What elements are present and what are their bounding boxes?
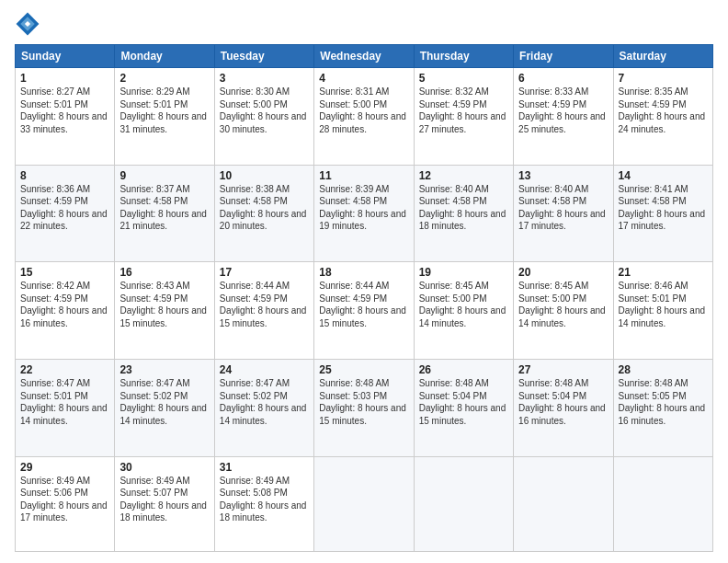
day-number: 21 bbox=[619, 266, 708, 279]
day-number: 3 bbox=[220, 72, 309, 85]
day-number: 17 bbox=[220, 266, 309, 279]
day-number: 16 bbox=[119, 266, 209, 279]
day-number: 8 bbox=[20, 169, 109, 182]
calendar-cell: 22Sunrise: 8:47 AMSunset: 5:01 PMDayligh… bbox=[16, 360, 115, 457]
day-number: 28 bbox=[619, 363, 708, 376]
calendar-day-header: Tuesday bbox=[214, 45, 313, 68]
calendar-cell: 12Sunrise: 8:40 AMSunset: 4:58 PMDayligh… bbox=[414, 165, 513, 262]
day-info: Sunrise: 8:32 AMSunset: 4:59 PMDaylight:… bbox=[419, 86, 508, 135]
day-number: 5 bbox=[419, 72, 508, 85]
calendar-cell: 23Sunrise: 8:47 AMSunset: 5:02 PMDayligh… bbox=[115, 360, 214, 457]
calendar-cell: 24Sunrise: 8:47 AMSunset: 5:02 PMDayligh… bbox=[214, 360, 313, 457]
day-number: 24 bbox=[220, 363, 309, 376]
day-info: Sunrise: 8:41 AMSunset: 4:58 PMDaylight:… bbox=[619, 183, 708, 233]
calendar-cell: 9Sunrise: 8:37 AMSunset: 4:58 PMDaylight… bbox=[115, 165, 214, 262]
calendar-cell: 14Sunrise: 8:41 AMSunset: 4:58 PMDayligh… bbox=[613, 165, 712, 262]
calendar-cell: 13Sunrise: 8:40 AMSunset: 4:58 PMDayligh… bbox=[514, 165, 613, 262]
calendar-cell: 3Sunrise: 8:30 AMSunset: 5:00 PMDaylight… bbox=[214, 68, 313, 166]
day-info: Sunrise: 8:46 AMSunset: 5:01 PMDaylight:… bbox=[619, 280, 708, 329]
calendar-cell bbox=[514, 456, 613, 551]
day-number: 1 bbox=[20, 72, 109, 85]
day-info: Sunrise: 8:35 AMSunset: 4:59 PMDaylight:… bbox=[619, 86, 708, 135]
page: SundayMondayTuesdayWednesdayThursdayFrid… bbox=[0, 0, 728, 563]
day-info: Sunrise: 8:48 AMSunset: 5:04 PMDaylight:… bbox=[419, 377, 508, 427]
day-number: 2 bbox=[119, 72, 209, 85]
calendar-cell: 16Sunrise: 8:43 AMSunset: 4:59 PMDayligh… bbox=[115, 262, 214, 360]
day-number: 31 bbox=[220, 461, 309, 474]
day-number: 22 bbox=[20, 363, 109, 376]
day-number: 26 bbox=[419, 363, 508, 376]
day-info: Sunrise: 8:45 AMSunset: 5:00 PMDaylight:… bbox=[419, 280, 508, 329]
day-number: 7 bbox=[619, 72, 708, 85]
calendar-day-header: Saturday bbox=[613, 45, 712, 68]
calendar-cell: 18Sunrise: 8:44 AMSunset: 4:59 PMDayligh… bbox=[314, 262, 414, 360]
day-number: 29 bbox=[20, 461, 109, 474]
calendar-day-header: Wednesday bbox=[314, 45, 414, 68]
day-info: Sunrise: 8:31 AMSunset: 5:00 PMDaylight:… bbox=[319, 86, 408, 135]
calendar-cell: 4Sunrise: 8:31 AMSunset: 5:00 PMDaylight… bbox=[314, 68, 414, 166]
calendar-day-header: Friday bbox=[514, 45, 613, 68]
header bbox=[15, 11, 713, 37]
day-number: 12 bbox=[419, 169, 508, 182]
calendar-cell: 6Sunrise: 8:33 AMSunset: 4:59 PMDaylight… bbox=[514, 68, 613, 166]
calendar-day-header: Thursday bbox=[414, 45, 513, 68]
day-info: Sunrise: 8:47 AMSunset: 5:02 PMDaylight:… bbox=[119, 377, 209, 427]
calendar-header-row: SundayMondayTuesdayWednesdayThursdayFrid… bbox=[16, 45, 713, 68]
calendar-cell: 8Sunrise: 8:36 AMSunset: 4:59 PMDaylight… bbox=[16, 165, 115, 262]
calendar-cell: 28Sunrise: 8:48 AMSunset: 5:05 PMDayligh… bbox=[613, 360, 712, 457]
day-info: Sunrise: 8:44 AMSunset: 4:59 PMDaylight:… bbox=[319, 280, 408, 329]
day-number: 30 bbox=[119, 461, 209, 474]
day-info: Sunrise: 8:33 AMSunset: 4:59 PMDaylight:… bbox=[518, 86, 608, 135]
day-info: Sunrise: 8:40 AMSunset: 4:58 PMDaylight:… bbox=[419, 183, 508, 233]
day-info: Sunrise: 8:37 AMSunset: 4:58 PMDaylight:… bbox=[119, 183, 209, 233]
calendar-cell: 15Sunrise: 8:42 AMSunset: 4:59 PMDayligh… bbox=[16, 262, 115, 360]
calendar-cell: 26Sunrise: 8:48 AMSunset: 5:04 PMDayligh… bbox=[414, 360, 513, 457]
calendar-cell bbox=[414, 456, 513, 551]
day-number: 10 bbox=[220, 169, 309, 182]
calendar: SundayMondayTuesdayWednesdayThursdayFrid… bbox=[15, 44, 713, 552]
day-info: Sunrise: 8:43 AMSunset: 4:59 PMDaylight:… bbox=[119, 280, 209, 329]
day-info: Sunrise: 8:47 AMSunset: 5:02 PMDaylight:… bbox=[220, 377, 309, 427]
day-number: 14 bbox=[619, 169, 708, 182]
day-info: Sunrise: 8:49 AMSunset: 5:08 PMDaylight:… bbox=[220, 475, 309, 524]
calendar-cell: 10Sunrise: 8:38 AMSunset: 4:58 PMDayligh… bbox=[214, 165, 313, 262]
day-number: 13 bbox=[518, 169, 608, 182]
day-number: 20 bbox=[518, 266, 608, 279]
day-number: 27 bbox=[518, 363, 608, 376]
day-info: Sunrise: 8:47 AMSunset: 5:01 PMDaylight:… bbox=[20, 377, 109, 427]
day-info: Sunrise: 8:44 AMSunset: 4:59 PMDaylight:… bbox=[220, 280, 309, 329]
calendar-cell: 27Sunrise: 8:48 AMSunset: 5:04 PMDayligh… bbox=[514, 360, 613, 457]
day-info: Sunrise: 8:48 AMSunset: 5:03 PMDaylight:… bbox=[319, 377, 408, 427]
day-info: Sunrise: 8:36 AMSunset: 4:59 PMDaylight:… bbox=[20, 183, 109, 233]
day-number: 18 bbox=[319, 266, 408, 279]
day-info: Sunrise: 8:48 AMSunset: 5:05 PMDaylight:… bbox=[619, 377, 708, 427]
calendar-cell bbox=[314, 456, 414, 551]
calendar-cell: 19Sunrise: 8:45 AMSunset: 5:00 PMDayligh… bbox=[414, 262, 513, 360]
calendar-cell: 7Sunrise: 8:35 AMSunset: 4:59 PMDaylight… bbox=[613, 68, 712, 166]
day-number: 9 bbox=[119, 169, 209, 182]
calendar-cell: 25Sunrise: 8:48 AMSunset: 5:03 PMDayligh… bbox=[314, 360, 414, 457]
day-number: 19 bbox=[419, 266, 508, 279]
calendar-cell: 21Sunrise: 8:46 AMSunset: 5:01 PMDayligh… bbox=[613, 262, 712, 360]
calendar-cell: 1Sunrise: 8:27 AMSunset: 5:01 PMDaylight… bbox=[16, 68, 115, 166]
day-info: Sunrise: 8:49 AMSunset: 5:07 PMDaylight:… bbox=[119, 475, 209, 524]
calendar-day-header: Sunday bbox=[16, 45, 115, 68]
day-number: 15 bbox=[20, 266, 109, 279]
day-info: Sunrise: 8:29 AMSunset: 5:01 PMDaylight:… bbox=[119, 86, 209, 135]
day-info: Sunrise: 8:49 AMSunset: 5:06 PMDaylight:… bbox=[20, 475, 109, 524]
calendar-cell: 2Sunrise: 8:29 AMSunset: 5:01 PMDaylight… bbox=[115, 68, 214, 166]
calendar-cell: 31Sunrise: 8:49 AMSunset: 5:08 PMDayligh… bbox=[214, 456, 313, 551]
calendar-cell: 29Sunrise: 8:49 AMSunset: 5:06 PMDayligh… bbox=[16, 456, 115, 551]
day-info: Sunrise: 8:45 AMSunset: 5:00 PMDaylight:… bbox=[518, 280, 608, 329]
day-info: Sunrise: 8:38 AMSunset: 4:58 PMDaylight:… bbox=[220, 183, 309, 233]
day-number: 6 bbox=[518, 72, 608, 85]
logo-icon bbox=[15, 11, 40, 37]
calendar-cell: 20Sunrise: 8:45 AMSunset: 5:00 PMDayligh… bbox=[514, 262, 613, 360]
calendar-cell bbox=[613, 456, 712, 551]
day-number: 4 bbox=[319, 72, 408, 85]
day-info: Sunrise: 8:40 AMSunset: 4:58 PMDaylight:… bbox=[518, 183, 608, 233]
day-info: Sunrise: 8:27 AMSunset: 5:01 PMDaylight:… bbox=[20, 86, 109, 135]
day-number: 25 bbox=[319, 363, 408, 376]
day-info: Sunrise: 8:39 AMSunset: 4:58 PMDaylight:… bbox=[319, 183, 408, 233]
calendar-cell: 30Sunrise: 8:49 AMSunset: 5:07 PMDayligh… bbox=[115, 456, 214, 551]
